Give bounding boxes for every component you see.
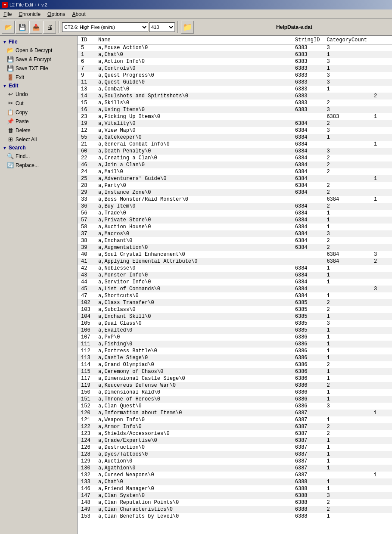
table-row[interactable]: 153a,Clan Benefits by Level\063881 bbox=[78, 513, 392, 520]
table-row[interactable]: 60a,Death Penalty\063843 bbox=[78, 148, 392, 155]
table-row[interactable]: 43a,Monster Info\063841 bbox=[78, 272, 392, 279]
menu-chronicle[interactable]: Chronicle bbox=[15, 10, 44, 18]
table-row[interactable]: 58a,Auction House\063841 bbox=[78, 224, 392, 230]
table-row[interactable]: 37a,Macros\063843 bbox=[78, 230, 392, 237]
content-area[interactable]: ID Name StringID CategoryCount 5a,Mouse … bbox=[78, 36, 392, 534]
table-row[interactable]: 126a,Destruction\063871 bbox=[78, 444, 392, 451]
table-row[interactable]: 147a,Clan System\063883 bbox=[78, 492, 392, 499]
table-row[interactable]: 57a,Private Store\063841 bbox=[78, 217, 392, 224]
table-row[interactable]: 117a,Dimensional Castle Siege\063861 bbox=[78, 375, 392, 382]
table-row[interactable]: 132a,Cursed Weapons\063871 bbox=[78, 472, 392, 478]
table-row[interactable]: 107a,PvP\063861 bbox=[78, 334, 392, 341]
cell-category: 1 bbox=[323, 292, 370, 299]
table-row[interactable]: 129a,Auction\063871 bbox=[78, 458, 392, 465]
table-row[interactable]: 22a,Creating a Clan\063842 bbox=[78, 155, 392, 161]
table-row[interactable]: 106a,Exalted\063851 bbox=[78, 327, 392, 334]
table-row[interactable]: 47a,Shortcuts\063841 bbox=[78, 292, 392, 299]
sidebar-item-cut[interactable]: ✂ Cut bbox=[0, 99, 77, 108]
table-row[interactable]: 28a,Party\063842 bbox=[78, 182, 392, 189]
table-row[interactable]: 111a,Fishing\063861 bbox=[78, 341, 392, 348]
table-row[interactable]: 44a,Servitor Info\063841 bbox=[78, 279, 392, 286]
chronicle-select[interactable]: CT2.6: High Five (en/ru) CT0: Prelude CT… bbox=[62, 22, 148, 32]
table-row[interactable]: 29a,Instance Zone\063842 bbox=[78, 189, 392, 196]
table-row[interactable]: 124a,Grade/Expertise\063871 bbox=[78, 437, 392, 444]
sidebar-item-replace[interactable]: 🔄 Replace... bbox=[0, 161, 77, 170]
table-row[interactable]: 152a,Clan Quest\063863 bbox=[78, 403, 392, 410]
table-row[interactable]: 148a,Clan Reputation Points\063882 bbox=[78, 499, 392, 506]
table-row[interactable]: 120a,Information about Items\063871 bbox=[78, 410, 392, 416]
table-row[interactable]: 40a,Soul Crystal Enhancement\063843 bbox=[78, 251, 392, 258]
sidebar-item-find[interactable]: 🔍 Find... bbox=[0, 152, 77, 161]
table-row[interactable]: 19a,Vitality\063842 bbox=[78, 120, 392, 127]
sidebar-item-save-txt[interactable]: 💾 Save TXT File bbox=[0, 64, 77, 73]
table-row[interactable]: 151a,Throne of Heroes\063861 bbox=[78, 396, 392, 403]
cell-name: a,Dual Class\0 bbox=[95, 320, 292, 327]
table-row[interactable]: 7a,Controls\063831 bbox=[78, 65, 392, 72]
copy-label: Copy bbox=[16, 109, 28, 115]
table-row[interactable]: 103a,Subclass\063852 bbox=[78, 306, 392, 313]
cell-name: a,Throne of Heroes\0 bbox=[95, 396, 292, 403]
table-row[interactable]: 114a,Grand Olympiad\063862 bbox=[78, 361, 392, 368]
table-row[interactable]: 21a,General Combat Info\063841 bbox=[78, 141, 392, 148]
table-row[interactable]: 25a,Adventurers' Guide\063841 bbox=[78, 175, 392, 182]
table-row[interactable]: 128a,Dyes/Tattoos\063871 bbox=[78, 451, 392, 458]
table-row[interactable]: 105a,Dual Class\063853 bbox=[78, 320, 392, 327]
sidebar-item-exit[interactable]: 🚪 Exit bbox=[0, 73, 77, 82]
toolbar-print-btn[interactable]: 🖨 bbox=[43, 21, 56, 34]
table-row[interactable]: 12a,View Map\063843 bbox=[78, 127, 392, 134]
toolbar-icon-btn[interactable]: 📁 bbox=[181, 21, 194, 34]
table-row[interactable]: 33a,Boss Monster/Raid Monster\063841 bbox=[78, 196, 392, 203]
sidebar-item-open-decrypt[interactable]: 📂 Open & Decrypt bbox=[0, 46, 77, 55]
sidebar-item-select-all[interactable]: ⊞ Select All bbox=[0, 135, 77, 144]
table-row[interactable]: 133a,Chat\063881 bbox=[78, 478, 392, 485]
menu-about[interactable]: About bbox=[68, 10, 89, 18]
sidebar-item-delete[interactable]: 🗑 Delete bbox=[0, 126, 77, 135]
table-row[interactable]: 104a,Enchant Skill\063851 bbox=[78, 313, 392, 320]
table-row[interactable]: 55a,Gatekeeper\063841 bbox=[78, 134, 392, 141]
table-row[interactable]: 13a,Combat\063831 bbox=[78, 86, 392, 93]
toolbar-open-btn[interactable]: 📂 bbox=[2, 21, 15, 34]
sidebar-item-undo[interactable]: ↩ Undo bbox=[0, 90, 77, 99]
table-row[interactable]: 23a,Picking Up Items\063831 bbox=[78, 113, 392, 120]
table-row[interactable]: 38a,Enchant\063842 bbox=[78, 237, 392, 244]
sidebar-item-save-encrypt[interactable]: 💾 Save & Encrypt bbox=[0, 55, 77, 64]
table-row[interactable]: 5a,Mouse Action\063833 bbox=[78, 44, 392, 52]
table-row[interactable]: 6a,Action Info\063833 bbox=[78, 58, 392, 65]
table-row[interactable]: 14a,Soulshots and Spiritshots\063832 bbox=[78, 93, 392, 99]
table-row[interactable]: 146a,Friend Manager\063881 bbox=[78, 485, 392, 492]
table-row[interactable]: 15a,Skills\063832 bbox=[78, 99, 392, 106]
table-row[interactable]: 149a,Clan Characteristics\063882 bbox=[78, 506, 392, 513]
table-row[interactable]: 41a,Applying Elemental Attribute\063842 bbox=[78, 258, 392, 265]
id-select[interactable]: 413 bbox=[149, 22, 175, 32]
toolbar-saveas-btn[interactable]: 📥 bbox=[29, 21, 42, 34]
table-row[interactable]: 150a,Dimensional Raid\063861 bbox=[78, 389, 392, 396]
table-row[interactable]: 36a,Buy Item\063842 bbox=[78, 203, 392, 210]
cell-category: 1 bbox=[323, 458, 370, 465]
table-row[interactable]: 45a,List of Commands\063843 bbox=[78, 286, 392, 292]
table-row[interactable]: 1a,Chat\063831 bbox=[78, 51, 392, 58]
table-row[interactable]: 11a,Quest Guide\063833 bbox=[78, 79, 392, 86]
table-row[interactable]: 130a,Agathion\063871 bbox=[78, 465, 392, 472]
table-row[interactable]: 24a,Mail\063842 bbox=[78, 168, 392, 175]
cell-extra: 3 bbox=[370, 251, 392, 258]
toolbar-save-btn[interactable]: 💾 bbox=[16, 21, 28, 34]
table-row[interactable]: 56a,Trade\063841 bbox=[78, 210, 392, 217]
table-row[interactable]: 42a,Noblesse\063841 bbox=[78, 265, 392, 272]
table-row[interactable]: 9a,Quest Progress\063833 bbox=[78, 72, 392, 79]
table-row[interactable]: 16a,Using Items\063833 bbox=[78, 106, 392, 113]
table-row[interactable]: 123a,Shields/Accessories\063872 bbox=[78, 430, 392, 437]
sidebar-item-paste[interactable]: 📌 Paste bbox=[0, 117, 77, 126]
table-row[interactable]: 119a,Keucereus Defense War\063862 bbox=[78, 382, 392, 389]
find-label: Find... bbox=[16, 153, 30, 159]
sidebar-item-copy[interactable]: 📋 Copy bbox=[0, 108, 77, 117]
table-row[interactable]: 46a,Join a Clan\063842 bbox=[78, 161, 392, 168]
table-row[interactable]: 115a,Ceremony of Chaos\063861 bbox=[78, 368, 392, 375]
table-row[interactable]: 121a,Weapon Info\063871 bbox=[78, 416, 392, 423]
table-row[interactable]: 122a,Armor Info\063872 bbox=[78, 423, 392, 430]
menu-options[interactable]: Options bbox=[44, 10, 68, 18]
table-row[interactable]: 39a,Augmentation\063842 bbox=[78, 244, 392, 251]
table-row[interactable]: 112a,Fortress Battle\063861 bbox=[78, 348, 392, 354]
table-row[interactable]: 102a,Class Transfer\063852 bbox=[78, 299, 392, 306]
table-row[interactable]: 113a,Castle Siege\063861 bbox=[78, 354, 392, 361]
menu-file[interactable]: File bbox=[0, 10, 15, 18]
